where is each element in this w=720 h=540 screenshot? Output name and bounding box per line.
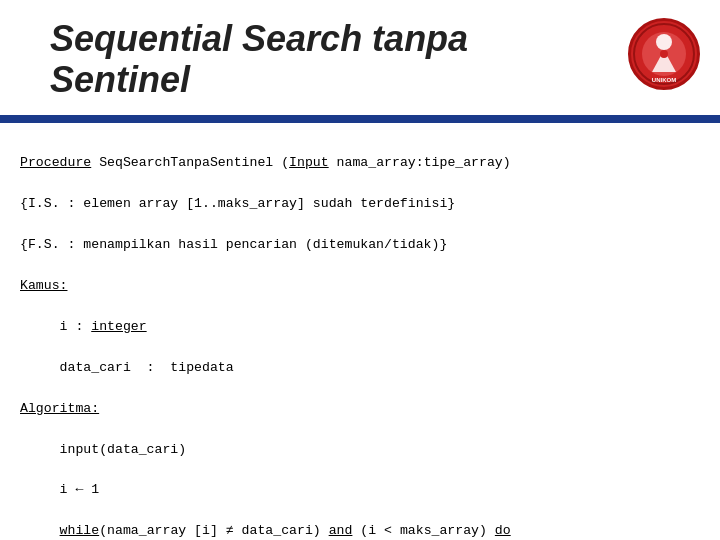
code-line-9: i ← 1	[20, 480, 700, 500]
content: Procedure SeqSearchTanpaSentinel (Input …	[0, 123, 720, 540]
svg-point-4	[660, 50, 668, 58]
title-block: Sequential Search tanpa Sentinel	[50, 18, 618, 101]
keyword-do: do	[495, 523, 511, 538]
title-line1: Sequential Search tanpa	[50, 18, 468, 59]
keyword-input: Input	[289, 155, 329, 170]
code-line-8: input(data_cari)	[20, 440, 700, 460]
logo: UNIKOM	[628, 18, 700, 90]
code-line-7: Algoritma:	[20, 399, 700, 419]
code-line-6: data_cari : tipedata	[20, 358, 700, 378]
title-line2: Sentinel	[50, 59, 190, 100]
keyword-kamus: Kamus:	[20, 278, 67, 293]
code-line-3: {F.S. : menampilkan hasil pencarian (dit…	[20, 235, 700, 255]
code-line-5: i : integer	[20, 317, 700, 337]
keyword-procedure: Procedure	[20, 155, 91, 170]
code-block: Procedure SeqSearchTanpaSentinel (Input …	[20, 133, 700, 540]
keyword-algoritma: Algoritma:	[20, 401, 99, 416]
code-line-4: Kamus:	[20, 276, 700, 296]
keyword-and: and	[329, 523, 353, 538]
svg-text:UNIKOM: UNIKOM	[652, 77, 676, 83]
header: Sequential Search tanpa Sentinel UNIKOM	[0, 0, 720, 115]
logo-svg: UNIKOM	[632, 22, 696, 86]
blue-bar	[0, 115, 720, 123]
keyword-integer: integer	[91, 319, 146, 334]
code-line-10: while(nama_array [i] ≠ data_cari) and (i…	[20, 521, 700, 540]
code-line-1: Procedure SeqSearchTanpaSentinel (Input …	[20, 153, 700, 173]
keyword-while: while	[60, 523, 100, 538]
code-line-2: {I.S. : elemen array [1..maks_array] sud…	[20, 194, 700, 214]
page-title: Sequential Search tanpa Sentinel	[50, 18, 618, 101]
svg-point-2	[656, 34, 672, 50]
